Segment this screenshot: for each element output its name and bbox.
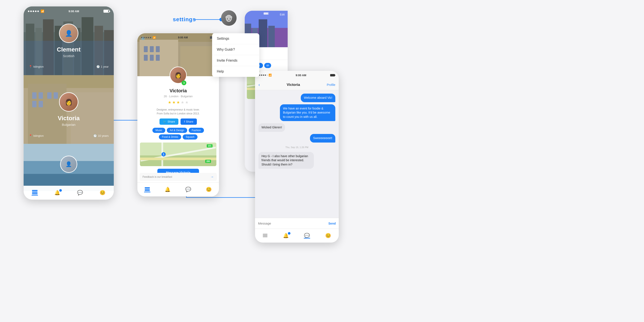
- tag-fashion[interactable]: Fashion: [189, 128, 204, 133]
- send-button[interactable]: Send: [328, 222, 336, 225]
- settings-item-settings[interactable]: Settings: [212, 33, 259, 44]
- p4-signal: 📶: [259, 74, 272, 77]
- message-input-area: Send: [255, 218, 339, 228]
- nav-face-icon[interactable]: 😊: [100, 190, 106, 196]
- chat-timestamp: Thu, Sep 19, 1:26 PM: [258, 146, 335, 148]
- wifi-icon: 📶: [40, 10, 44, 13]
- p4-nav-chat[interactable]: 💬: [304, 233, 310, 238]
- signal-dot-2: [30, 10, 32, 12]
- settings-annotation-label: settings: [173, 16, 196, 23]
- settings-item-invite-friends[interactable]: Invite Friends: [212, 55, 259, 66]
- facebook-icon: f: [184, 120, 185, 123]
- card2-nationality: Bulgarian: [24, 123, 114, 126]
- feedback-arrow-icon: →: [210, 175, 214, 179]
- chat-title: Victoria: [262, 83, 325, 87]
- tag-art-design[interactable]: Art & Design: [167, 128, 187, 133]
- tag-squash[interactable]: Squash: [183, 134, 198, 140]
- location2-icon: 📍: [29, 134, 32, 138]
- twitter-share-button[interactable]: 🐦 Share: [160, 118, 178, 125]
- nav-bell-icon[interactable]: 🔔: [54, 190, 60, 196]
- signal-dot-1: [28, 10, 30, 12]
- svg-rect-35: [32, 190, 38, 191]
- nav-chat-icon[interactable]: 💬: [77, 190, 83, 196]
- p2-nav-face[interactable]: 😊: [206, 187, 212, 192]
- nav-list-icon[interactable]: [32, 190, 38, 196]
- map-highway-280: 280: [205, 160, 211, 163]
- svg-rect-27: [39, 92, 43, 99]
- phone2-profile: 📶 9:00 AM ⚙️ Edit: [138, 33, 219, 196]
- p2-dot3: [146, 37, 147, 38]
- p2-wifi-icon: 📶: [153, 36, 156, 39]
- rating-stars: ★ ★ ★ ★ ★: [138, 100, 219, 105]
- interest-tags: Music Art & Design Fashion Food & Drinks…: [138, 128, 219, 140]
- battery-icon: [104, 10, 110, 13]
- p4-nav-face[interactable]: 😊: [325, 233, 331, 238]
- star-4: ★: [181, 100, 184, 105]
- star-5: ★: [185, 100, 188, 105]
- tag-music[interactable]: Music: [152, 128, 165, 133]
- svg-rect-29: [39, 101, 43, 107]
- phone4-status-bar: 📶 9:00 AM: [255, 71, 339, 80]
- annotation-user-avatar: 👴: [221, 10, 236, 26]
- p3-battery-row: [264, 12, 269, 14]
- p2-nav-bell[interactable]: 🔔: [165, 187, 170, 192]
- svg-rect-30: [47, 92, 52, 99]
- svg-rect-59: [145, 190, 150, 191]
- p3-edit-button[interactable]: Edit: [280, 13, 285, 16]
- profile-link[interactable]: Profile: [327, 83, 335, 86]
- share-actions: 🐦 Share f Share: [138, 118, 219, 125]
- p2-signal: 📶: [141, 36, 156, 39]
- facebook-share-button[interactable]: f Share: [180, 118, 197, 125]
- svg-rect-73: [263, 235, 268, 236]
- phone1-main-list: 📶 9:00 AM: [24, 6, 114, 200]
- tag-food-drinks[interactable]: Food & Drinks: [159, 134, 181, 140]
- phone4-nav: 🔔 💬 😊: [255, 228, 339, 242]
- phone1-time: 9:00 AM: [68, 10, 79, 13]
- message-input[interactable]: [258, 222, 326, 225]
- p4-wifi-icon: 📶: [268, 74, 272, 77]
- card2-location: 📍 Islington: [29, 134, 44, 138]
- p2-nav-chat[interactable]: 💬: [185, 187, 191, 192]
- phone2-time: 9:00 AM: [178, 36, 188, 39]
- msg-5: Hey G - I also have other bulgarian frie…: [258, 152, 314, 169]
- signal-dot-3: [33, 10, 34, 12]
- card1-meta: 📍 Islington 🕐 1 year: [24, 65, 114, 68]
- msg-3: Wicked Gleren!: [258, 123, 285, 132]
- svg-rect-28: [32, 101, 36, 107]
- card3-avatar: 👤: [60, 156, 77, 173]
- chat-messages: Welcome aboard Vic! We have an event for…: [255, 90, 339, 219]
- card2-duration: 🕐 10 years: [94, 134, 108, 138]
- settings-item-help[interactable]: Help: [212, 66, 259, 77]
- settings-item-why-guidr[interactable]: Why Guidr?: [212, 44, 259, 55]
- p4-dot5: [266, 74, 268, 76]
- star-1: ★: [168, 100, 171, 105]
- svg-rect-58: [145, 189, 150, 190]
- card2-name: Victoria: [24, 115, 114, 122]
- profile-city: London: [169, 95, 178, 98]
- profile-age: 26: [164, 95, 167, 98]
- p4-nav-list[interactable]: [263, 233, 268, 238]
- card1-location: 📍 Islington: [29, 65, 44, 68]
- svg-rect-54: [140, 158, 216, 160]
- notification-badge: [59, 189, 62, 192]
- settings-dropdown-panel: Settings Why Guidr? Invite Friends Help: [212, 33, 259, 77]
- profile-info: 26 · London · Bulgarian: [138, 95, 219, 98]
- card1-avatar: 👤: [59, 24, 78, 43]
- back-button[interactable]: ‹: [258, 82, 260, 87]
- msg-4: Sweeeeeeeet!: [310, 134, 335, 142]
- signal-dot-5: [37, 10, 39, 12]
- location-map[interactable]: 1 101 280: [140, 142, 216, 166]
- p4-nav-bell[interactable]: 🔔: [283, 233, 289, 238]
- svg-rect-74: [263, 236, 268, 237]
- svg-rect-51: [140, 156, 216, 166]
- p2-nav-list[interactable]: [145, 187, 150, 192]
- profile-nationality: Bulgarian: [181, 95, 192, 98]
- profile-content: Victoria 26 · London · Bulgarian ★ ★ ★ ★…: [138, 76, 219, 182]
- p3-tag-other[interactable]: sh: [264, 63, 271, 68]
- p2-dot2: [144, 37, 145, 38]
- p2-dot4: [148, 37, 149, 38]
- feedback-banner[interactable]: Feedback is our breakfast →: [140, 173, 217, 181]
- clock2-icon: 🕐: [94, 134, 97, 138]
- phone1-nav: 🔔 💬 😊: [24, 186, 114, 200]
- phone2-nav: 🔔 💬 😊: [138, 182, 219, 196]
